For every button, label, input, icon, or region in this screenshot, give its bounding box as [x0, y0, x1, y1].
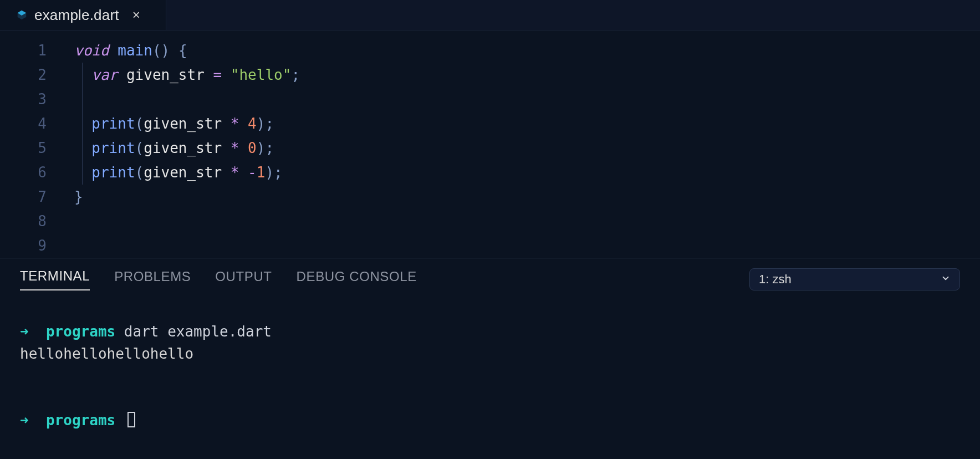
line-number: 6: [0, 160, 47, 185]
terminal-line: hellohellohellohello: [20, 343, 960, 365]
chevron-down-icon: [941, 273, 951, 285]
code-line[interactable]: var given_str = "hello";: [74, 63, 980, 87]
terminal-line: [20, 365, 960, 387]
prompt-arrow-icon: ➜: [20, 412, 29, 429]
token-punct: ): [257, 140, 266, 156]
token-punct: ;: [265, 140, 274, 156]
prompt-dir: programs: [46, 323, 115, 340]
code-line[interactable]: [74, 233, 980, 258]
code-line[interactable]: void main() {: [74, 38, 980, 63]
terminal-stdout: hellohellohellohello: [20, 345, 193, 362]
token-punct: (: [135, 140, 144, 156]
code-line[interactable]: [74, 209, 980, 233]
code-line[interactable]: print(given_str * -1);: [74, 160, 980, 185]
token-brace: {: [178, 42, 187, 59]
token-punct: (: [135, 164, 144, 181]
token-ident: given_str: [126, 67, 205, 83]
token-punct: (: [135, 115, 144, 132]
terminal-output[interactable]: ➜ programs dart example.dart hellohelloh…: [20, 320, 960, 431]
token-punct: ): [161, 42, 170, 59]
panel-tab-problems[interactable]: PROBLEMS: [114, 269, 191, 290]
token-op: *: [231, 140, 239, 156]
terminal-line: [20, 387, 960, 409]
line-number: 4: [0, 111, 47, 136]
token-brace: }: [74, 188, 83, 205]
panel-right-controls: 1: zsh: [749, 268, 960, 290]
line-number-gutter: 1 2 3 4 5 6 7 8 9: [0, 38, 61, 258]
prompt-arrow-icon: ➜: [20, 323, 29, 340]
terminal-line: ➜ programs: [20, 409, 960, 431]
indent-guide: [82, 63, 83, 87]
token-string: "hello": [231, 67, 292, 83]
dart-file-icon: [16, 9, 28, 21]
shell-select-label: 1: zsh: [759, 272, 792, 287]
line-number: 3: [0, 87, 47, 111]
token-number: 0: [248, 140, 257, 156]
indent-guide: [82, 111, 83, 136]
token-ident: given_str: [144, 164, 222, 181]
line-number: 9: [0, 233, 47, 258]
indent-guide: [82, 87, 83, 111]
line-number: 1: [0, 38, 47, 63]
code-line[interactable]: print(given_str * 0);: [74, 136, 980, 160]
tab-bar: example.dart ×: [0, 0, 980, 30]
token-function: main: [118, 42, 152, 59]
token-punct: ;: [265, 115, 274, 132]
close-icon[interactable]: ×: [130, 9, 142, 21]
line-number: 2: [0, 63, 47, 87]
prompt-dir: programs: [46, 412, 115, 429]
tab-example-dart[interactable]: example.dart ×: [0, 0, 166, 30]
terminal-line: ➜ programs dart example.dart: [20, 320, 960, 343]
token-op: -: [248, 164, 257, 181]
token-number: 1: [257, 164, 266, 181]
terminal-cursor[interactable]: [127, 412, 135, 427]
bottom-panel: TERMINAL PROBLEMS OUTPUT DEBUG CONSOLE 1…: [0, 258, 980, 431]
panel-tab-debug-console[interactable]: DEBUG CONSOLE: [297, 269, 417, 290]
token-function: print: [91, 140, 135, 156]
indent-guide: [82, 136, 83, 160]
code-line[interactable]: [74, 87, 980, 111]
token-punct: ;: [291, 67, 300, 83]
terminal-shell-select[interactable]: 1: zsh: [749, 268, 960, 290]
indent-guide: [82, 160, 83, 185]
token-ident: given_str: [144, 140, 222, 156]
token-op: *: [231, 115, 239, 132]
token-number: 4: [248, 115, 257, 132]
line-number: 8: [0, 209, 47, 233]
token-punct: (: [152, 42, 161, 59]
token-op: *: [231, 164, 239, 181]
tab-filename: example.dart: [34, 7, 119, 24]
line-number: 5: [0, 136, 47, 160]
code-line[interactable]: print(given_str * 4);: [74, 111, 980, 136]
line-number: 7: [0, 185, 47, 209]
token-keyword: void: [74, 42, 109, 59]
terminal-command: dart example.dart: [124, 323, 272, 340]
token-keyword: var: [91, 67, 118, 83]
token-function: print: [91, 115, 135, 132]
code-area[interactable]: void main() { var given_str = "hello"; p…: [61, 38, 980, 258]
panel-tab-row: TERMINAL PROBLEMS OUTPUT DEBUG CONSOLE 1…: [20, 268, 960, 290]
code-editor[interactable]: 1 2 3 4 5 6 7 8 9 void main() { var give…: [0, 30, 980, 258]
token-punct: ): [257, 115, 266, 132]
token-punct: ;: [274, 164, 283, 181]
code-line[interactable]: }: [74, 185, 980, 209]
token-op: =: [213, 67, 222, 83]
token-ident: given_str: [144, 115, 222, 132]
token-function: print: [91, 164, 135, 181]
panel-tab-output[interactable]: OUTPUT: [215, 269, 272, 290]
token-punct: ): [265, 164, 274, 181]
panel-tab-terminal[interactable]: TERMINAL: [20, 268, 90, 290]
